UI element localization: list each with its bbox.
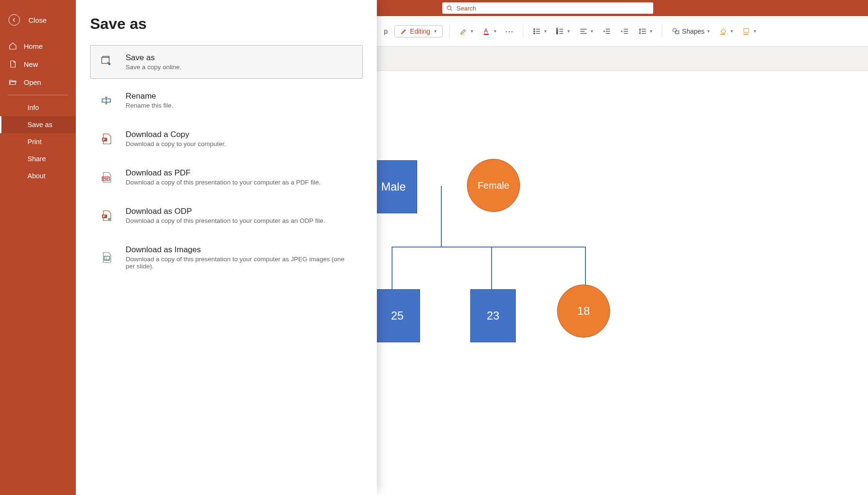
node-label: 23	[487, 309, 500, 322]
option-title: Download a Copy	[126, 130, 226, 139]
increase-indent-button[interactable]	[618, 25, 632, 37]
svg-rect-35	[743, 34, 749, 35]
svg-rect-34	[744, 28, 749, 32]
nav-home[interactable]: Home	[0, 37, 76, 55]
nav-print[interactable]: Print	[0, 133, 76, 150]
connector	[392, 247, 393, 289]
folder-open-icon	[9, 78, 17, 86]
nav-new[interactable]: New	[0, 55, 76, 73]
nav-open[interactable]: Open	[0, 73, 76, 91]
option-desc: Download a copy of this presentation to …	[126, 217, 325, 224]
nav-saveas[interactable]: Save as	[0, 116, 76, 133]
search-icon	[446, 5, 453, 11]
backstage-panel: Close Home New Open Info Save as Print S…	[0, 0, 377, 495]
backstage-content: Save as Save as Save a copy online. Rena…	[76, 0, 377, 495]
line-spacing-button[interactable]: ▾	[636, 25, 655, 37]
nav-label: New	[24, 60, 38, 68]
chevron-down-icon: ▾	[754, 28, 756, 34]
option-save-as[interactable]: Save as Save a copy online.	[90, 45, 363, 79]
chevron-down-icon: ▾	[650, 28, 652, 34]
option-title: Download as PDF	[126, 168, 320, 178]
option-download-pdf[interactable]: PDF Download as PDF Download a copy of t…	[90, 160, 363, 194]
svg-point-0	[447, 6, 451, 9]
option-title: Rename	[126, 92, 174, 101]
image-file-icon	[99, 250, 114, 265]
svg-text:A: A	[484, 28, 488, 34]
option-download-images[interactable]: Download as Images Download a copy of th…	[90, 237, 363, 278]
nav-info[interactable]: Info	[0, 99, 76, 116]
node-label: Female	[478, 180, 510, 191]
back-arrow-icon	[9, 14, 20, 26]
pdf-file-icon: PDF	[99, 170, 114, 185]
shapes-label: Shapes	[682, 28, 704, 35]
decrease-indent-button[interactable]	[600, 25, 614, 37]
bulleted-list-button[interactable]: ▾	[530, 25, 549, 37]
nav-share[interactable]: Share	[0, 150, 76, 167]
option-desc: Save a copy online.	[126, 64, 182, 71]
shape-outline-button[interactable]: ▾	[740, 25, 759, 37]
line-spacing-icon	[639, 27, 647, 36]
diagram-node-25[interactable]: 25	[375, 289, 420, 342]
more-options-button[interactable]: ⋯	[503, 26, 516, 37]
home-icon	[9, 42, 17, 50]
align-button[interactable]: ▾	[576, 25, 596, 37]
svg-point-7	[533, 30, 534, 31]
diagram-node-male[interactable]: Male	[370, 160, 417, 213]
svg-point-5	[533, 28, 534, 29]
chevron-down-icon: ▾	[544, 28, 547, 34]
chevron-down-icon: ▾	[471, 28, 473, 34]
option-desc: Download a copy to your computer.	[126, 140, 226, 147]
shapes-icon	[672, 27, 680, 36]
ribbon-tab-partial[interactable]: p	[381, 26, 391, 37]
chevron-down-icon: ▾	[494, 28, 496, 34]
svg-rect-4	[484, 34, 489, 35]
option-rename[interactable]: Rename Rename this file.	[90, 83, 363, 117]
indent-icon	[621, 27, 629, 36]
pencil-icon	[401, 28, 407, 35]
svg-text:PDF: PDF	[103, 177, 109, 180]
search-box[interactable]: Search	[442, 2, 653, 14]
node-label: 25	[391, 309, 404, 322]
diagram-node-18[interactable]: 18	[557, 284, 610, 338]
editing-mode-label: Editing	[410, 28, 430, 35]
outline-icon	[742, 27, 751, 36]
font-color-icon: A	[483, 27, 491, 36]
rename-icon	[99, 93, 114, 108]
connector	[392, 247, 586, 248]
svg-text:P: P	[103, 214, 105, 218]
diagram-node-female[interactable]: Female	[467, 159, 520, 212]
font-color-button[interactable]: A ▾	[480, 25, 499, 37]
nav-label: Home	[24, 42, 43, 50]
separator	[662, 24, 662, 38]
search-placeholder: Search	[457, 5, 476, 12]
pptx-file-icon: P	[99, 131, 114, 147]
chevron-down-icon: ▾	[731, 28, 733, 34]
diagram-node-23[interactable]: 23	[470, 289, 516, 342]
file-icon	[9, 60, 17, 68]
highlight-color-button[interactable]: ▾	[457, 25, 476, 37]
editing-mode-dropdown[interactable]: Editing ▾	[394, 25, 443, 37]
odp-file-icon: P	[99, 208, 114, 223]
nav-about[interactable]: About	[0, 167, 76, 184]
numbered-list-button[interactable]: 123 ▾	[553, 25, 573, 37]
numbering-icon: 123	[556, 27, 565, 36]
node-label: 18	[577, 304, 590, 318]
close-button[interactable]: Close	[0, 9, 76, 37]
svg-rect-2	[460, 34, 465, 35]
backstage-nav: Close Home New Open Info Save as Print S…	[0, 0, 76, 495]
svg-text:3: 3	[556, 32, 557, 35]
svg-marker-27	[621, 30, 622, 32]
chevron-down-icon: ▾	[567, 28, 570, 34]
nav-label: Open	[24, 78, 41, 86]
page-title: Save as	[90, 15, 363, 33]
option-download-odp[interactable]: P Download as ODP Download a copy of thi…	[90, 199, 363, 232]
option-desc: Rename this file.	[126, 102, 174, 109]
svg-line-1	[451, 9, 452, 11]
separator	[8, 95, 68, 95]
chevron-down-icon: ▾	[591, 28, 593, 34]
shapes-button[interactable]: Shapes ▾	[669, 25, 713, 37]
option-download-copy[interactable]: P Download a Copy Download a copy to you…	[90, 122, 363, 156]
outdent-icon	[603, 27, 611, 36]
shape-fill-button[interactable]: ▾	[716, 25, 736, 37]
svg-point-9	[533, 33, 534, 34]
